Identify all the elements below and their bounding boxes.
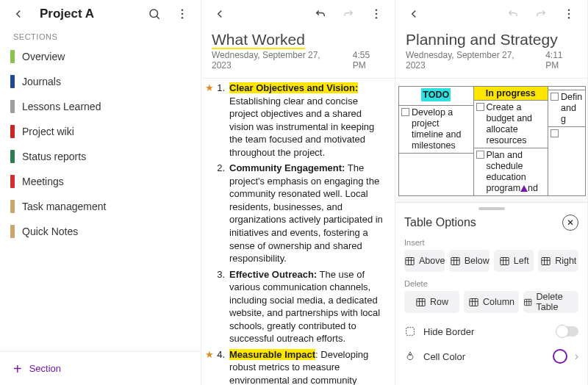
svg-rect-11 [451,257,459,265]
checkbox-icon[interactable] [551,129,559,137]
undo-icon[interactable] [309,3,331,25]
insert-label: Insert [404,238,578,247]
search-icon[interactable] [143,3,165,25]
svg-point-3 [182,17,183,18]
checkbox-icon[interactable] [401,108,409,116]
button-label: Left [514,256,529,266]
list-item[interactable]: ★4.Measurable Impact: Developing robust … [204,347,387,385]
section-label: Status reports [22,151,86,162]
note-date: Wednesday, September 27, 2023 [212,50,338,71]
svg-point-8 [568,13,570,15]
svg-rect-14 [417,298,425,306]
plus-icon: + [13,361,22,376]
svg-point-6 [376,17,377,18]
svg-point-0 [150,10,158,18]
checkbox-icon[interactable] [476,103,484,111]
section-color-tab [10,125,15,138]
more-icon[interactable] [558,3,580,25]
item-number: 4. [215,348,229,385]
checkbox-icon[interactable] [551,93,559,101]
svg-point-2 [182,13,183,15]
col-header-todo: TODO [421,88,451,101]
button-label: Below [465,256,490,266]
section-label: Project wiki [22,126,74,137]
section-color-tab [10,75,15,88]
section-color-tab [10,225,15,238]
star-icon: ★ [204,348,215,385]
note-time: 4:11 PM [545,50,577,71]
delete-row-button[interactable]: Row [404,291,459,313]
project-title: Project A [40,7,94,21]
back-button[interactable] [403,3,425,25]
button-label: Column [483,297,514,307]
sections-heading: SECTIONS [0,28,201,44]
hide-border-label: Hide Border [423,326,474,337]
delete-delete-table-button[interactable]: Delete Table [523,291,578,313]
item-text: Effective Outreach: The use of various c… [229,268,387,345]
note-time: 4:55 PM [353,50,384,71]
section-label: Quick Notes [22,226,78,237]
sidebar-section-item[interactable]: Quick Notes [0,219,201,244]
item-number: 2. [215,162,229,265]
undo-icon[interactable] [502,3,524,25]
list-item[interactable]: 3.Effective Outreach: The use of various… [204,267,387,347]
section-color-tab [10,50,15,63]
section-label: Overview [22,51,65,62]
task-cell[interactable]: Develop a project timeline and milestone… [412,107,471,151]
insert-above-button[interactable]: Above [404,250,445,272]
section-color-tab [10,200,15,213]
sidebar-section-item[interactable]: Status reports [0,144,201,169]
delete-label: Delete [404,279,578,288]
section-color-tab [10,150,15,163]
redo-icon[interactable] [530,3,552,25]
delete-column-button[interactable]: Column [464,291,519,313]
svg-rect-15 [470,298,478,306]
add-section-button[interactable]: + Section [0,351,201,385]
more-icon[interactable] [171,3,193,25]
button-label: Delete Table [536,292,578,312]
svg-rect-17 [406,328,415,336]
sidebar-section-item[interactable]: Journals [0,69,201,94]
hide-border-toggle[interactable] [556,326,578,337]
item-text: Community Engagement: The project's emph… [229,162,387,265]
item-text: Measurable Impact: Developing robust met… [229,348,387,385]
item-text: Clear Objectives and Vision: Establishin… [229,82,387,159]
close-icon[interactable]: ✕ [562,215,578,231]
section-color-tab [10,175,15,188]
insert-right-button[interactable]: Right [538,250,578,272]
back-button[interactable] [7,3,29,25]
svg-rect-13 [542,257,550,265]
list-item[interactable]: 2.Community Engagement: The project's em… [204,160,387,266]
chevron-right-icon[interactable]: › [575,350,578,363]
note-title: Planning and Strategy [406,31,577,48]
insert-left-button[interactable]: Left [494,250,534,272]
cell-color-swatch[interactable] [553,349,567,364]
cursor-caret [520,185,528,192]
col-header-progress: In progress [474,87,548,101]
insert-below-button[interactable]: Below [449,250,490,272]
svg-rect-12 [501,257,509,265]
task-cell[interactable]: Plan and schedule education programnd [487,150,546,194]
task-cell[interactable]: Create a budget and allocate resources [487,102,546,146]
sheet-handle[interactable] [478,207,505,210]
add-section-label: Section [29,363,61,374]
kanban-table[interactable]: TODO Develop a project timeline and mile… [398,86,586,196]
checkbox-icon[interactable] [476,151,484,159]
svg-point-4 [376,10,377,11]
back-button[interactable] [209,3,231,25]
more-icon[interactable] [365,3,387,25]
svg-point-7 [568,10,570,11]
svg-rect-16 [525,299,531,305]
list-item[interactable]: ★1.Clear Objectives and Vision: Establis… [204,80,387,160]
sidebar-section-item[interactable]: Project wiki [0,119,201,144]
sidebar-section-item[interactable]: Meetings [0,169,201,194]
note-title: What Worked [212,31,384,48]
task-cell[interactable]: Defin and g [561,92,583,125]
sidebar-section-item[interactable]: Overview [0,44,201,69]
section-label: Task management [22,201,106,212]
item-number: 1. [215,82,229,159]
redo-icon[interactable] [337,3,359,25]
section-color-tab [10,100,15,113]
sidebar-section-item[interactable]: Task management [0,194,201,219]
sidebar-section-item[interactable]: Lessons Learned [0,94,201,119]
